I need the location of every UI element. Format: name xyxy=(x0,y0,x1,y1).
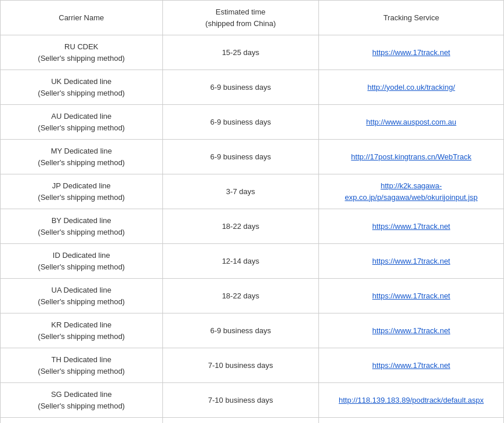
estimated-time: 3-7 days xyxy=(162,174,319,209)
carrier-name: AU Dedicated line(Seller's shipping meth… xyxy=(1,105,163,140)
estimated-time: 15-25 days xyxy=(162,35,319,70)
tracking-link[interactable]: https://www.17track.net xyxy=(372,48,450,57)
tracking-link[interactable]: http://yodel.co.uk/tracking/ xyxy=(368,83,455,92)
carrier-name: MY Dedicated line(Seller's shipping meth… xyxy=(1,140,163,174)
tracking-service: https://www.17track.net xyxy=(319,313,504,348)
tracking-link[interactable]: http://www.auspost.com.au xyxy=(366,118,456,126)
tracking-service: http://k2k.sagawa-exp.co.jp/p/sagawa/web… xyxy=(319,174,504,209)
carrier-name: ID Dedicated line(Seller's shipping meth… xyxy=(1,244,163,279)
tracking-service: https://www.17track.net xyxy=(319,348,504,383)
estimated-time: 7-10 business days xyxy=(162,383,319,418)
tracking-link[interactable]: https://www.17track.net xyxy=(372,222,450,231)
carrier-name: UK Dedicated line(Seller's shipping meth… xyxy=(1,70,163,105)
tracking-link[interactable]: https://www.17track.net xyxy=(372,257,450,265)
table-row: UA Dedicated line(Seller's shipping meth… xyxy=(1,279,504,313)
estimated-time: 18-22 days xyxy=(162,209,319,244)
estimated-time: 6-9 business days xyxy=(162,70,319,105)
estimated-time: 7-10 business days xyxy=(162,348,319,383)
carrier-name: BY Dedicated line(Seller's shipping meth… xyxy=(1,209,163,244)
table-row: UK Dedicated line(Seller's shipping meth… xyxy=(1,70,504,105)
table-row: MY Dedicated line(Seller's shipping meth… xyxy=(1,140,504,174)
estimated-time: 6-9 business days xyxy=(162,140,319,174)
tracking-link[interactable]: https://www.17track.net xyxy=(372,361,450,370)
table-row: DE Dedicated line(Seller's shipping meth… xyxy=(1,418,504,424)
tracking-service: https://www.17track.net xyxy=(319,279,504,313)
tracking-service: http://118.139.183.89/podtrack/default.a… xyxy=(319,383,504,418)
tracking-link[interactable]: https://www.17track.net xyxy=(372,291,450,300)
table-row: TH Dedicated line(Seller's shipping meth… xyxy=(1,348,504,383)
tracking-service: http://17post.kingtrans.cn/WebTrack xyxy=(319,140,504,174)
tracking-service: https://www.17track.net xyxy=(319,35,504,70)
table-row: BY Dedicated line(Seller's shipping meth… xyxy=(1,209,504,244)
header-estimated-time: Estimated time(shipped from China) xyxy=(162,1,319,35)
estimated-time: 18-22 days xyxy=(162,279,319,313)
header-tracking-service: Tracking Service xyxy=(319,1,504,35)
estimated-time: 6-9 business days xyxy=(162,105,319,140)
estimated-time: 8-12 business days xyxy=(162,418,319,424)
tracking-link[interactable]: http://17post.kingtrans.cn/WebTrack xyxy=(351,152,471,161)
tracking-service: https://www.17track.net xyxy=(319,209,504,244)
header-carrier: Carrier Name xyxy=(1,1,163,35)
tracking-link[interactable]: https://www.17track.net xyxy=(372,326,450,335)
table-row: JP Dedicated line(Seller's shipping meth… xyxy=(1,174,504,209)
tracking-service: https://www.17track.net xyxy=(319,244,504,279)
table-row: SG Dedicated line(Seller's shipping meth… xyxy=(1,383,504,418)
estimated-time: 12-14 days xyxy=(162,244,319,279)
tracking-service: http://www.auspost.com.au xyxy=(319,105,504,140)
carrier-name: SG Dedicated line(Seller's shipping meth… xyxy=(1,383,163,418)
tracking-link[interactable]: http://118.139.183.89/podtrack/default.a… xyxy=(339,396,484,404)
carrier-name: RU CDEK(Seller's shipping method) xyxy=(1,35,163,70)
table-row: ID Dedicated line(Seller's shipping meth… xyxy=(1,244,504,279)
carrier-name: JP Dedicated line(Seller's shipping meth… xyxy=(1,174,163,209)
carrier-name: DE Dedicated line(Seller's shipping meth… xyxy=(1,418,163,424)
carrier-name: KR Dedicated line(Seller's shipping meth… xyxy=(1,313,163,348)
table-row: KR Dedicated line(Seller's shipping meth… xyxy=(1,313,504,348)
tracking-service: https://www.17track.net xyxy=(319,418,504,424)
estimated-time: 6-9 business days xyxy=(162,313,319,348)
table-row: RU CDEK(Seller's shipping method)15-25 d… xyxy=(1,35,504,70)
table-row: AU Dedicated line(Seller's shipping meth… xyxy=(1,105,504,140)
tracking-service: http://yodel.co.uk/tracking/ xyxy=(319,70,504,105)
tracking-link[interactable]: http://k2k.sagawa-exp.co.jp/p/sagawa/web… xyxy=(345,181,477,202)
carrier-name: TH Dedicated line(Seller's shipping meth… xyxy=(1,348,163,383)
carrier-name: UA Dedicated line(Seller's shipping meth… xyxy=(1,279,163,313)
